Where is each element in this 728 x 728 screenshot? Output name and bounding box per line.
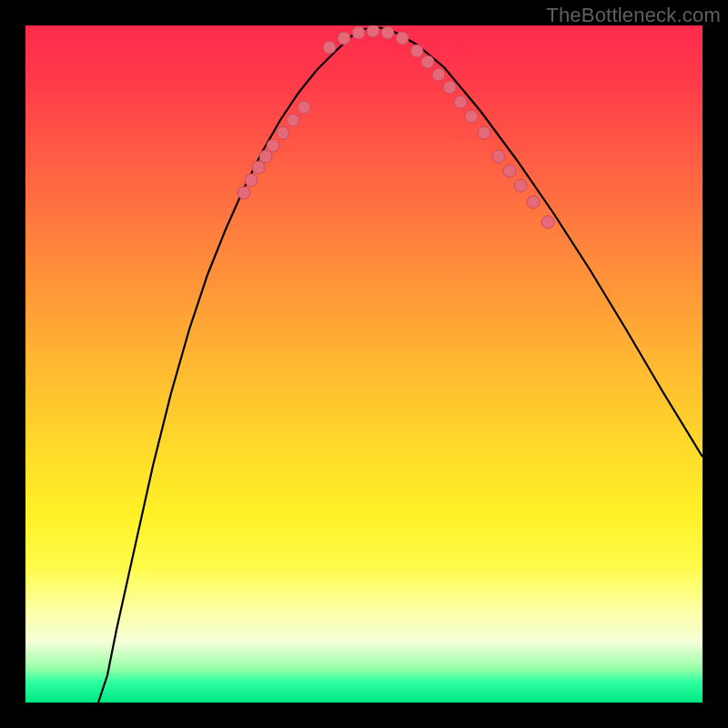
marker-dot — [465, 110, 478, 123]
marker-dot — [514, 179, 527, 192]
marker-dot — [267, 139, 279, 152]
marker-layer — [238, 25, 554, 228]
marker-dot — [338, 32, 350, 45]
watermark-text: TheBottleneck.com — [546, 4, 721, 27]
marker-dot — [238, 187, 250, 199]
marker-dot — [245, 174, 258, 187]
marker-dot — [454, 96, 467, 108]
plot-area — [25, 25, 703, 703]
marker-dot — [421, 56, 434, 68]
marker-dot — [443, 81, 456, 94]
marker-dot — [352, 26, 365, 39]
bottleneck-curve — [98, 27, 703, 703]
marker-dot — [410, 45, 423, 57]
marker-dot — [287, 114, 299, 126]
marker-dot — [396, 32, 409, 45]
marker-dot — [323, 41, 336, 54]
marker-dot — [541, 216, 554, 228]
marker-dot — [527, 196, 540, 208]
marker-dot — [259, 150, 272, 163]
marker-dot — [298, 101, 310, 114]
marker-dot — [503, 165, 516, 177]
marker-dot — [381, 26, 394, 39]
frame: TheBottleneck.com — [0, 0, 728, 728]
marker-dot — [277, 126, 289, 139]
marker-dot — [478, 126, 490, 139]
marker-dot — [252, 161, 265, 174]
chart-svg — [25, 25, 703, 703]
marker-dot — [492, 150, 505, 163]
marker-dot — [367, 25, 379, 37]
marker-dot — [432, 68, 445, 81]
